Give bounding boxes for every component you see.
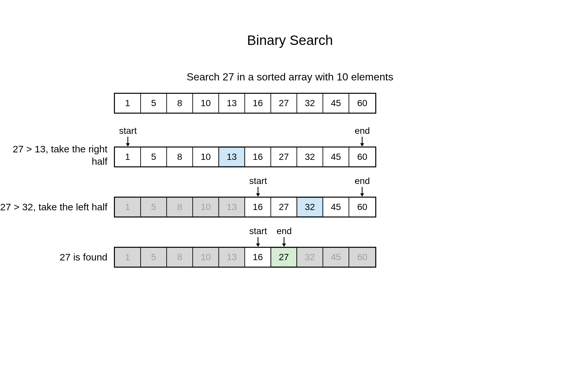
array-cell: 16 xyxy=(245,248,271,267)
array: 15810131627324560 xyxy=(114,247,376,268)
page-subtitle: Search 27 in a sorted array with 10 elem… xyxy=(0,71,580,83)
array-cell: 45 xyxy=(323,94,349,113)
svg-marker-9 xyxy=(256,244,260,247)
array-cell: 27 xyxy=(271,248,297,267)
array-column: startend15810131627324560 xyxy=(114,178,376,217)
array: 15810131627324560 xyxy=(114,147,376,167)
array-cell: 32 xyxy=(297,147,323,166)
arrow-down-icon xyxy=(125,137,131,147)
array: 15810131627324560 xyxy=(114,197,376,217)
array-cell: 1 xyxy=(115,248,141,267)
pointer-label: end xyxy=(355,176,370,186)
array-cell: 45 xyxy=(323,198,349,217)
pointer-start: start xyxy=(119,126,137,147)
array-cell: 1 xyxy=(115,94,141,113)
array-cell: 1 xyxy=(115,147,141,166)
array-cell: 13 xyxy=(219,94,245,113)
array-cell: 45 xyxy=(323,147,349,166)
pointer-start: start xyxy=(249,226,267,247)
step-caption: 27 is found xyxy=(0,233,114,263)
array-cell: 45 xyxy=(323,248,349,267)
array-column: startend15810131627324560 xyxy=(114,128,376,167)
array-cell: 32 xyxy=(297,248,323,267)
array-cell: 10 xyxy=(193,147,219,166)
array-cell: 8 xyxy=(167,198,193,217)
pointer-row: startend xyxy=(114,178,376,197)
pointer-end: end xyxy=(355,126,370,147)
array-cell: 13 xyxy=(219,248,245,267)
pointer-row: startend xyxy=(114,128,376,147)
array-cell: 10 xyxy=(193,248,219,267)
array-cell: 5 xyxy=(141,147,167,166)
array: 15810131627324560 xyxy=(114,93,376,114)
pointer-label: start xyxy=(249,176,267,186)
pointer-label: end xyxy=(277,226,292,236)
arrow-down-icon xyxy=(255,237,261,247)
array-column: startend15810131627324560 xyxy=(114,229,376,268)
array-cell: 5 xyxy=(141,198,167,217)
step-row: 27 > 32, take the left halfstartend15810… xyxy=(0,178,580,217)
page-title: Binary Search xyxy=(0,33,580,48)
svg-marker-1 xyxy=(126,143,130,147)
array-cell: 5 xyxy=(141,248,167,267)
diagram-root: Binary Search Search 27 in a sorted arra… xyxy=(0,0,580,268)
array-cell: 27 xyxy=(271,198,297,217)
pointer-end: end xyxy=(277,226,292,247)
pointer-end: end xyxy=(355,176,370,197)
array-cell: 60 xyxy=(349,147,375,166)
pointer-label: start xyxy=(249,226,267,236)
pointer-label: start xyxy=(119,126,137,136)
svg-marker-3 xyxy=(360,143,364,147)
array-cell: 27 xyxy=(271,147,297,166)
pointer-start: start xyxy=(249,176,267,197)
array-cell: 60 xyxy=(349,94,375,113)
array-column: 15810131627324560 xyxy=(114,93,376,114)
array-cell: 32 xyxy=(297,94,323,113)
step-row: 27 is foundstartend15810131627324560 xyxy=(0,229,580,268)
array-cell: 8 xyxy=(167,94,193,113)
arrow-down-icon xyxy=(359,187,365,197)
step-row: 15810131627324560 xyxy=(0,93,580,114)
array-cell: 10 xyxy=(193,198,219,217)
step-row: 27 > 13, take the right halfstartend1581… xyxy=(0,125,580,167)
pointer-row: startend xyxy=(114,229,376,247)
array-cell: 13 xyxy=(219,198,245,217)
svg-marker-5 xyxy=(256,193,260,197)
step-caption: 27 > 32, take the left half xyxy=(0,183,114,213)
array-cell: 60 xyxy=(349,198,375,217)
array-cell: 8 xyxy=(167,248,193,267)
arrow-down-icon xyxy=(359,137,365,147)
arrow-down-icon xyxy=(281,237,287,247)
array-cell: 16 xyxy=(245,94,271,113)
steps-container: 1581013162732456027 > 13, take the right… xyxy=(0,93,580,268)
array-cell: 13 xyxy=(219,147,245,166)
svg-marker-11 xyxy=(282,244,286,247)
array-cell: 27 xyxy=(271,94,297,113)
array-cell: 16 xyxy=(245,147,271,166)
array-cell: 1 xyxy=(115,198,141,217)
array-cell: 8 xyxy=(167,147,193,166)
array-cell: 10 xyxy=(193,94,219,113)
array-cell: 32 xyxy=(297,198,323,217)
svg-marker-7 xyxy=(360,193,364,197)
step-caption: 27 > 13, take the right half xyxy=(0,125,114,167)
array-cell: 5 xyxy=(141,94,167,113)
array-cell: 60 xyxy=(349,248,375,267)
arrow-down-icon xyxy=(255,187,261,197)
pointer-label: end xyxy=(355,126,370,136)
array-cell: 16 xyxy=(245,198,271,217)
